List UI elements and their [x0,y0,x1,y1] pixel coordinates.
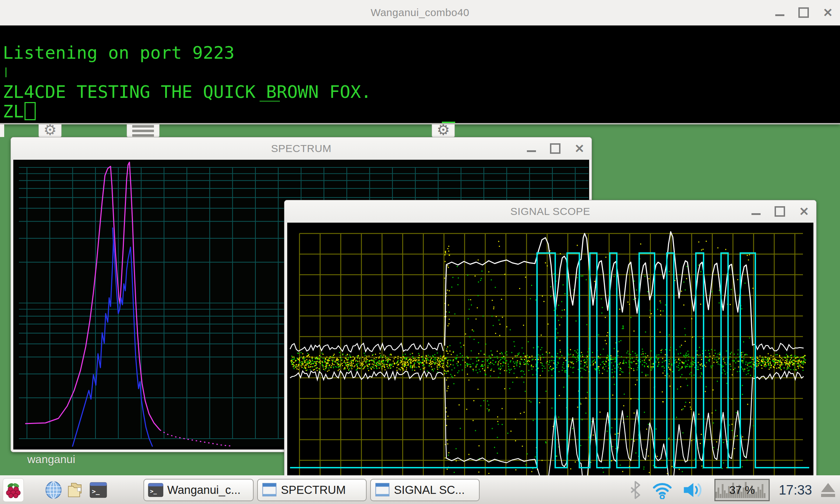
gear-button[interactable]: ⚙ [38,124,62,137]
globe-icon [44,481,63,499]
svg-text:>_: >_ [92,488,100,495]
cpu-usage-monitor[interactable]: 37 % [714,479,770,501]
terminal-icon: >_ [89,481,107,499]
terminal-icon: >_ [148,482,164,498]
terminal-line: ZL [3,101,24,122]
eject-icon-bar [821,494,835,497]
folder-icon [67,481,85,499]
taskbar-task-spectrum[interactable]: SPECTRUM [257,479,367,501]
cpu-usage-label: 37 % [729,484,755,497]
scope-canvas [287,223,813,502]
scope-title: SIGNAL SCOPE [510,206,590,217]
bluetooth-icon[interactable] [628,481,642,499]
close-button[interactable]: ✕ [823,7,833,19]
file-manager-launcher[interactable] [66,478,86,502]
terminal-title: Wanganui_combo40 [370,7,469,19]
raspberry-icon [5,482,22,498]
taskbar-task-signal-scope[interactable]: SIGNAL SC... [370,479,480,501]
wifi-icon[interactable] [651,481,673,499]
menu-button[interactable] [127,124,160,137]
svg-text:>_: >_ [150,488,157,495]
terminal-line: Listening on port 9223 [3,43,234,63]
menu-button[interactable] [3,478,24,502]
window-icon [374,482,390,498]
scope-plot-area [287,223,813,504]
maximize-button[interactable] [775,206,785,217]
underline-artifact [260,101,280,102]
close-button[interactable]: ✕ [799,206,809,217]
eject-button[interactable] [821,483,835,497]
maximize-button[interactable] [798,7,809,18]
taskbar: >_ >_ Wanganui_c... SPECTRUM [0,475,840,504]
terminal-output[interactable]: Listening on port 9223 ZL4CDE TESTING TH… [0,26,840,123]
desktop-icon-label[interactable]: wanganui [27,453,75,466]
task-label: Wanganui_c... [167,483,241,497]
hamburger-icon [132,125,154,137]
task-label: SIGNAL SC... [394,483,465,497]
terminal-line: ZL4CDE TESTING THE QUICK BROWN FOX. [3,82,372,102]
minimize-button[interactable] [751,213,761,215]
gear-icon: ⚙ [43,124,57,137]
web-browser-launcher[interactable] [43,478,64,502]
minimize-button[interactable] [527,150,536,152]
gear-button[interactable]: ⚙ [432,124,455,137]
maximize-button[interactable] [550,143,560,154]
taskbar-task-terminal[interactable]: >_ Wanganui_c... [143,479,254,501]
terminal-cursor [24,102,36,120]
signal-scope-window: SIGNAL SCOPE ✕ [284,200,817,504]
volume-icon[interactable] [682,481,705,499]
terminal-window: Wanganui_combo40 ✕ Listening on port 922… [0,0,840,124]
gear-icon: ⚙ [437,124,450,137]
terminal-titlebar[interactable]: Wanganui_combo40 ✕ [0,0,840,26]
terminal-launcher[interactable]: >_ [88,478,108,502]
clock[interactable]: 17:33 [779,483,812,498]
task-label: SPECTRUM [281,483,346,497]
spectrum-titlebar[interactable]: SPECTRUM ✕ [11,137,592,160]
eject-icon [821,483,835,492]
window-fragment [0,124,4,137]
desktop: Wanganui_combo40 ✕ Listening on port 922… [0,0,840,504]
hidden-window-toolbar: ⚙ ⚙ [0,124,840,137]
window-icon [261,482,277,498]
cursor-artifact [5,67,7,77]
spectrum-title: SPECTRUM [271,143,331,154]
minimize-button[interactable] [775,14,784,16]
scope-titlebar[interactable]: SIGNAL SCOPE ✕ [284,200,816,223]
close-button[interactable]: ✕ [574,143,585,154]
